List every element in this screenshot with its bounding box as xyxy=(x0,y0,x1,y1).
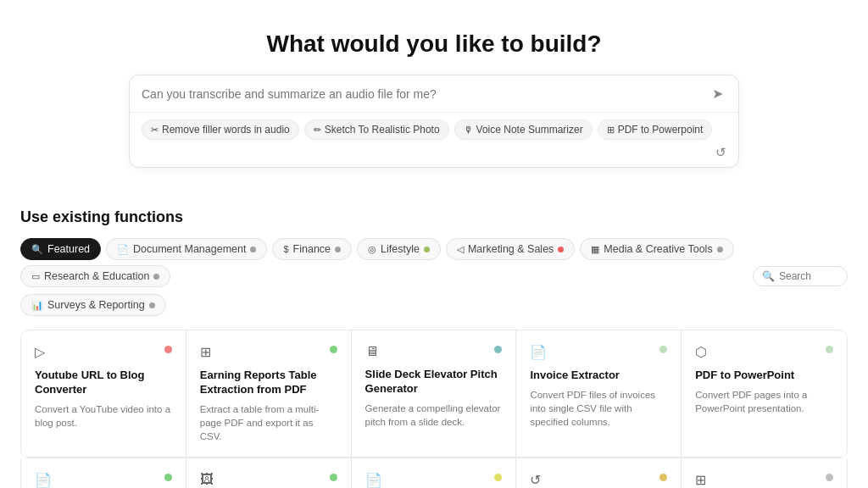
tab-dot xyxy=(558,247,564,252)
card-desc: Generate a compelling elevator pitch fro… xyxy=(365,402,503,429)
card-header: ↺ xyxy=(530,472,667,488)
tab-dot xyxy=(335,247,341,252)
card-title: Invoice Extractor xyxy=(530,369,667,383)
suggestion-chip[interactable]: ✏Sketch To Realistic Photo xyxy=(304,119,449,140)
card-desc: Convert PDF pages into a PowerPoint pres… xyxy=(695,388,833,415)
card-row2-1[interactable]: 🖼 PDF Image Extractor xyxy=(186,458,352,488)
card-row2-2[interactable]: 📄 Face Swap xyxy=(352,458,517,488)
tab-label: Finance xyxy=(293,243,331,255)
tab-icon: ◎ xyxy=(368,244,376,255)
card-icon: 📄 xyxy=(365,472,382,488)
tab-icon: ◁ xyxy=(457,244,464,255)
card-row1-2[interactable]: 🖥 Slide Deck Elevator Pitch Generator Ge… xyxy=(352,330,517,458)
page-title: What would you like to build? xyxy=(17,30,851,58)
filter-tab-research-education[interactable]: ▭Research & Education xyxy=(20,265,170,287)
card-dot xyxy=(164,346,172,353)
tab-label: Media & Creative Tools xyxy=(604,243,712,255)
filter-tab-lifestyle[interactable]: ◎Lifestyle xyxy=(357,238,441,260)
card-header: ⊞ xyxy=(200,344,337,360)
filter-search-box[interactable]: 🔍 xyxy=(753,266,848,286)
card-row1-1[interactable]: ⊞ Earning Reports Table Extraction from … xyxy=(186,330,352,458)
card-icon: ↺ xyxy=(530,472,541,488)
cards-grid-row2: 📄 Company Pitch Deck Summariser 🖼 PDF Im… xyxy=(20,458,848,488)
card-dot xyxy=(330,474,337,481)
chip-label: Remove filler words in audio xyxy=(162,124,290,136)
tab-label: Marketing & Sales xyxy=(468,243,554,255)
card-dot xyxy=(330,346,337,353)
card-header: 📄 xyxy=(365,472,503,488)
filter-tab-media-creative-tools[interactable]: ▦Media & Creative Tools xyxy=(580,238,733,260)
section-title: Use existing functions xyxy=(20,208,848,226)
card-row2-0[interactable]: 📄 Company Pitch Deck Summariser xyxy=(21,458,186,488)
card-header: ⊞ xyxy=(695,472,833,488)
card-dot xyxy=(826,346,833,353)
filter-tab-featured[interactable]: 🔍Featured xyxy=(20,238,101,260)
card-icon: ▷ xyxy=(35,344,45,360)
card-dot xyxy=(164,474,172,481)
card-icon: ⬡ xyxy=(695,344,707,360)
tab-icon: 🔍 xyxy=(31,244,43,255)
search-icon: 🔍 xyxy=(762,270,775,282)
chip-icon: ✏ xyxy=(314,125,321,136)
cards-grid-row1: ▷ Youtube URL to Blog Converter Convert … xyxy=(20,330,848,458)
card-row1-3[interactable]: 📄 Invoice Extractor Convert PDF files of… xyxy=(516,330,682,458)
search-send-button[interactable]: ➤ xyxy=(709,84,726,103)
tab-icon: ▦ xyxy=(591,244,599,255)
card-header: 🖥 xyxy=(365,344,503,359)
card-header: 📄 xyxy=(35,472,172,488)
card-icon: 📄 xyxy=(35,472,52,488)
chip-label: Voice Note Summarizer xyxy=(476,124,583,136)
card-dot xyxy=(659,474,667,481)
refresh-suggestions-button[interactable]: ↺ xyxy=(715,145,726,160)
tab-dot xyxy=(717,247,723,252)
filter-tab2-surveys-reporting[interactable]: 📊Surveys & Reporting xyxy=(20,294,166,316)
card-row1-4[interactable]: ⬡ PDF to PowerPoint Convert PDF pages in… xyxy=(682,330,847,458)
tab-icon: $ xyxy=(283,244,288,254)
card-row2-3[interactable]: ↺ Memeify xyxy=(516,458,682,488)
page-wrapper: What would you like to build? ➤ ✂Remove … xyxy=(0,0,868,488)
suggestion-chip[interactable]: ✂Remove filler words in audio xyxy=(142,119,299,140)
card-dot xyxy=(826,474,833,481)
search-row: ➤ xyxy=(130,75,738,113)
card-icon: 🖥 xyxy=(365,344,379,359)
suggestion-chip[interactable]: 🎙Voice Note Summarizer xyxy=(454,119,593,140)
search-input[interactable] xyxy=(142,87,709,101)
tab-dot xyxy=(153,274,159,280)
card-title: Youtube URL to Blog Converter xyxy=(35,369,172,397)
filter-tab-document-management[interactable]: 📄Document Management xyxy=(106,238,267,260)
filter-row-1: 🔍Featured📄Document Management$Finance◎Li… xyxy=(20,238,848,287)
card-icon: ⊞ xyxy=(695,472,706,488)
card-icon: 📄 xyxy=(530,344,547,360)
card-header: ▷ xyxy=(35,344,172,360)
card-row2-4[interactable]: ⊞ Themed QR Code Generator xyxy=(682,458,847,488)
tab-dot xyxy=(424,247,430,252)
tab-icon: ▭ xyxy=(31,271,40,282)
card-dot xyxy=(494,346,502,353)
card-header: ⬡ xyxy=(695,344,833,360)
card-icon: ⊞ xyxy=(200,344,211,360)
card-header: 🖼 xyxy=(200,472,337,487)
card-title: Slide Deck Elevator Pitch Generator xyxy=(365,368,503,396)
tab-label: Document Management xyxy=(133,243,246,255)
filter-tab-finance[interactable]: $Finance xyxy=(272,238,352,260)
card-icon: 🖼 xyxy=(200,472,214,487)
filter-tab-marketing-sales[interactable]: ◁Marketing & Sales xyxy=(446,238,575,260)
hero-section: What would you like to build? ➤ ✂Remove … xyxy=(0,0,868,185)
card-row1-0[interactable]: ▷ Youtube URL to Blog Converter Convert … xyxy=(21,330,186,458)
chip-icon: ⊞ xyxy=(607,125,615,136)
chip-icon: 🎙 xyxy=(464,125,473,135)
card-dot xyxy=(659,346,667,353)
card-desc: Extract a table from a multi-page PDF an… xyxy=(200,402,337,443)
tab-dot xyxy=(149,302,155,308)
search-container: ➤ ✂Remove filler words in audio✏Sketch T… xyxy=(129,75,739,168)
filter-search-input[interactable] xyxy=(779,270,838,282)
card-dot xyxy=(494,474,502,481)
chip-label: Sketch To Realistic Photo xyxy=(325,124,440,136)
tab-icon: 📄 xyxy=(117,244,129,255)
suggestion-row: ✂Remove filler words in audio✏Sketch To … xyxy=(130,113,738,167)
suggestion-chip[interactable]: ⊞PDF to Powerpoint xyxy=(598,119,713,140)
chip-label: PDF to Powerpoint xyxy=(618,124,704,136)
tab-dot xyxy=(250,247,256,252)
tab-label: Lifestyle xyxy=(381,243,420,255)
card-header: 📄 xyxy=(530,344,667,360)
